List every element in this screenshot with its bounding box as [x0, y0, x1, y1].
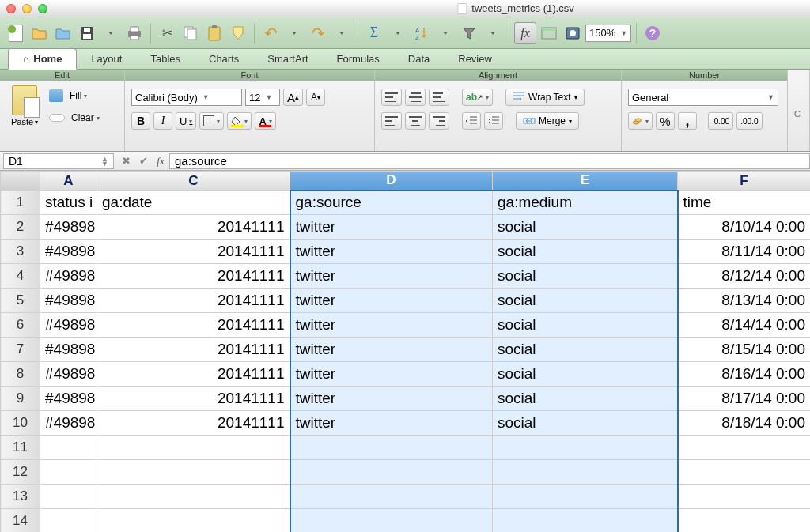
row-header[interactable]: 1	[1, 191, 40, 215]
merge-button[interactable]: Merge▾	[516, 112, 579, 130]
close-window-button[interactable]	[6, 4, 16, 13]
save-button[interactable]	[76, 22, 98, 44]
halign-right-button[interactable]	[429, 112, 449, 130]
cell[interactable]: 8/10/14 0:00	[678, 215, 811, 240]
percent-button[interactable]: %	[656, 112, 675, 130]
insert-function-button[interactable]: fx	[152, 153, 169, 169]
cell[interactable]: 8/15/14 0:00	[678, 338, 811, 362]
cell[interactable]	[97, 460, 290, 485]
zoom-select[interactable]: 150% ▼	[585, 25, 631, 42]
row-header[interactable]: 7	[1, 338, 40, 362]
number-format-select[interactable]: General▼	[628, 89, 778, 106]
cell[interactable]	[493, 509, 678, 533]
wrap-text-button[interactable]: Wrap Text▾	[505, 89, 585, 106]
valign-middle-button[interactable]	[405, 89, 426, 106]
cell[interactable]: social	[493, 289, 678, 313]
column-header-C[interactable]: C	[97, 172, 290, 191]
fx-toggle-button[interactable]: fx	[514, 22, 536, 44]
font-size-select[interactable]: 12▼	[245, 89, 280, 106]
cell[interactable]: 20141111	[97, 387, 290, 411]
cell[interactable]: twitter	[290, 289, 493, 313]
autosum-button[interactable]: Σ	[363, 22, 385, 44]
cell[interactable]: #49898	[40, 338, 97, 362]
cell[interactable]: #49898	[40, 313, 97, 338]
cell[interactable]	[290, 485, 493, 509]
cell[interactable]: 20141111	[97, 338, 290, 362]
cell[interactable]: 20141111	[97, 313, 290, 338]
valign-top-button[interactable]	[381, 89, 402, 106]
zoom-window-button[interactable]	[38, 4, 47, 13]
cell[interactable]: twitter	[290, 338, 493, 362]
tab-formulas[interactable]: Formulas	[323, 49, 394, 69]
cell[interactable]: social	[493, 411, 678, 436]
cell[interactable]: twitter	[290, 362, 493, 387]
cell[interactable]: time	[678, 191, 811, 215]
cell[interactable]: social	[493, 215, 678, 240]
cell[interactable]: social	[493, 240, 678, 264]
row-header[interactable]: 6	[1, 313, 40, 338]
save-split-button[interactable]	[100, 22, 122, 44]
cell[interactable]: 8/17/14 0:00	[678, 387, 811, 411]
new-document-button[interactable]	[5, 22, 27, 44]
confirm-edit-button[interactable]: ✔	[134, 153, 152, 169]
column-header-A[interactable]: A	[40, 172, 97, 191]
cell[interactable]: 8/14/14 0:00	[678, 313, 811, 338]
cell[interactable]: social	[493, 264, 678, 289]
cell[interactable]: twitter	[290, 411, 493, 436]
cell[interactable]: #49898	[40, 411, 97, 436]
media-browser-button[interactable]	[562, 22, 584, 44]
open-recent-button[interactable]	[52, 22, 74, 44]
decrease-decimal-button[interactable]: .00.0	[736, 112, 762, 130]
tab-home[interactable]: ⌂Home	[8, 48, 77, 70]
cell[interactable]: #49898	[40, 362, 97, 387]
minimize-window-button[interactable]	[22, 4, 32, 13]
cut-button[interactable]: ✂	[156, 22, 178, 44]
tab-charts[interactable]: Charts	[195, 49, 253, 69]
cell[interactable]	[97, 436, 290, 460]
cell[interactable]	[678, 460, 811, 485]
cell[interactable]: status i	[40, 191, 97, 215]
filter-split-button[interactable]	[482, 22, 504, 44]
row-header[interactable]: 3	[1, 240, 40, 264]
valign-bottom-button[interactable]	[429, 89, 449, 106]
cell[interactable]: social	[493, 387, 678, 411]
cell[interactable]: ga:date	[97, 191, 290, 215]
row-header[interactable]: 10	[1, 411, 40, 436]
cell[interactable]: twitter	[290, 313, 493, 338]
shrink-font-button[interactable]: A▾	[306, 89, 325, 106]
fill-button[interactable]: Fill	[66, 87, 90, 104]
cell[interactable]	[40, 485, 97, 509]
row-header[interactable]: 12	[1, 460, 40, 485]
cell[interactable]	[493, 436, 678, 460]
help-button[interactable]: ?	[642, 22, 664, 44]
row-header[interactable]: 2	[1, 215, 40, 240]
halign-center-button[interactable]	[405, 112, 426, 130]
cell[interactable]: 20141111	[97, 411, 290, 436]
cell[interactable]: #49898	[40, 387, 97, 411]
underline-button[interactable]: U	[176, 112, 196, 130]
cell[interactable]: 20141111	[97, 215, 290, 240]
cell[interactable]	[40, 509, 97, 533]
bold-button[interactable]: B	[131, 112, 150, 130]
row-header[interactable]: 14	[1, 509, 40, 533]
currency-button[interactable]	[628, 112, 653, 130]
cell[interactable]: 8/16/14 0:00	[678, 362, 811, 387]
cell[interactable]: 8/13/14 0:00	[678, 289, 811, 313]
fill-color-button[interactable]	[227, 112, 252, 130]
cell[interactable]	[678, 485, 811, 509]
cell[interactable]: twitter	[290, 264, 493, 289]
cell[interactable]: 20141111	[97, 264, 290, 289]
cell[interactable]	[678, 436, 811, 460]
cell[interactable]: ga:source	[290, 191, 493, 215]
cell[interactable]	[40, 436, 97, 460]
print-button[interactable]	[123, 22, 146, 44]
italic-button[interactable]: I	[153, 112, 172, 130]
cell[interactable]: #49898	[40, 240, 97, 264]
paste-button[interactable]	[203, 22, 225, 44]
cell[interactable]: ga:medium	[493, 191, 678, 215]
undo-button[interactable]: ↶	[259, 22, 282, 44]
row-header[interactable]: 5	[1, 289, 40, 313]
cell[interactable]: social	[493, 338, 678, 362]
cell[interactable]	[290, 509, 493, 533]
cell[interactable]: twitter	[290, 240, 493, 264]
